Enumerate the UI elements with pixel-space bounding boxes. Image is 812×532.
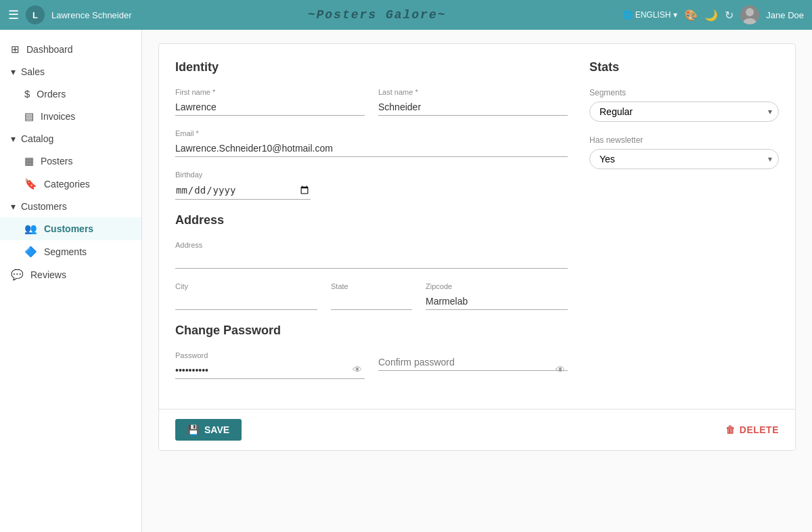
sidebar: ⊞ Dashboard ▾ Sales $ Orders ▤ Invoices … [0,30,142,532]
delete-button[interactable]: 🗑 DELETE [725,424,779,435]
form-left: Identity First name * Last name * [175,60,568,393]
city-field: City [175,282,317,310]
stats-section: Stats Segments Regular Premium VIP ▾ [589,60,779,393]
zipcode-input[interactable] [426,293,568,310]
address-field: Address [175,241,568,269]
confirm-eye-icon[interactable]: 👁 [556,364,565,375]
city-input[interactable] [175,293,317,310]
first-name-field: First name * [175,88,365,116]
sidebar-label-catalog: Catalog [21,133,53,144]
address-input[interactable] [175,252,568,269]
sidebar-item-dashboard[interactable]: ⊞ Dashboard [0,38,141,61]
form-card: Identity First name * Last name * [158,43,796,451]
posters-icon: ▦ [24,155,34,167]
theme-icon[interactable]: 🌙 [704,9,718,22]
email-input[interactable] [175,140,568,157]
logged-in-user-name: Jane Doe [766,10,804,20]
sidebar-label-customers: Customers [44,223,93,234]
name-row: First name * Last name * [175,88,568,116]
save-label: SAVE [204,424,229,435]
segments-icon: 🔷 [24,246,37,258]
sidebar-label-invoices: Invoices [41,111,75,122]
chevron-down-icon-catalog: ▾ [11,133,16,144]
refresh-icon[interactable]: ↻ [725,9,734,22]
sidebar-label-posters: Posters [41,156,72,167]
form-footer: 💾 SAVE 🗑 DELETE [159,409,795,450]
address-title: Address [175,213,568,227]
segments-select[interactable]: Regular Premium VIP [589,102,779,122]
birthday-field: Birthday [175,171,311,200]
sidebar-item-customers[interactable]: 👥 Customers [0,217,141,240]
sidebar-item-invoices[interactable]: ▤ Invoices [0,105,141,128]
sidebar-label-segments: Segments [44,246,87,257]
city-label: City [175,282,317,290]
sidebar-section-catalog[interactable]: ▾ Catalog [0,128,141,150]
form-body: Identity First name * Last name * [159,44,795,409]
first-name-label: First name * [175,88,365,96]
lang-chevron-icon: ▾ [673,10,677,20]
hamburger-icon[interactable]: ☰ [8,7,19,22]
topbar-left: ☰ L Lawrence Schneider [8,5,132,24]
dashboard-icon: ⊞ [11,43,20,56]
segments-select-wrap: Regular Premium VIP ▾ [589,102,779,122]
sidebar-item-categories[interactable]: 🔖 Categories [0,173,141,196]
confirm-password-input[interactable] [378,354,568,371]
sidebar-item-segments[interactable]: 🔷 Segments [0,240,141,263]
sidebar-item-reviews[interactable]: 💬 Reviews [0,263,141,286]
city-state-zip-row: City State Zipcode [175,282,568,310]
email-row: Email * [175,129,568,157]
topbar: ☰ L Lawrence Schneider ~Posters Galore~ … [0,0,812,30]
confirm-password-field: 👁 [378,351,568,379]
avatar [740,5,759,24]
birthday-input[interactable] [175,181,311,200]
svg-point-0 [746,8,754,16]
sidebar-item-posters[interactable]: ▦ Posters [0,150,141,173]
sidebar-item-orders[interactable]: $ Orders [0,83,141,105]
customers-icon: 👥 [24,223,37,235]
sidebar-label-orders: Orders [37,89,66,99]
topbar-right: 🌐 ENGLISH ▾ 🎨 🌙 ↻ Jane Doe [623,5,804,24]
password-input[interactable] [175,362,365,379]
language-label: ENGLISH [635,10,671,20]
topbar-username: Lawrence Schneider [51,10,132,20]
newsletter-label: Has newsletter [589,135,779,145]
address-row: Address [175,241,568,269]
birthday-row: Birthday [175,171,568,200]
invoices-icon: ▤ [24,110,34,123]
state-field: State [331,282,412,310]
eye-icon[interactable]: 👁 [353,364,362,375]
zipcode-field: Zipcode [426,282,568,310]
password-title: Change Password [175,324,568,338]
zipcode-label: Zipcode [426,282,568,290]
newsletter-select[interactable]: Yes No [589,149,779,169]
palette-icon[interactable]: 🎨 [684,9,698,22]
sidebar-section-sales[interactable]: ▾ Sales [0,61,141,83]
password-section: Change Password Password 👁 👁 [175,324,568,379]
language-selector[interactable]: 🌐 ENGLISH ▾ [623,10,678,20]
state-label: State [331,282,412,290]
sidebar-label-reviews: Reviews [30,269,66,280]
segments-label: Segments [589,88,779,97]
chevron-down-icon: ▾ [11,66,16,77]
password-row: Password 👁 👁 [175,351,568,379]
sidebar-section-customers[interactable]: ▾ Customers [0,196,141,217]
email-field: Email * [175,129,568,157]
newsletter-wrapper: Has newsletter Yes No ▾ [589,135,779,169]
state-input[interactable] [331,293,412,310]
stats-title: Stats [589,60,779,74]
save-icon: 💾 [187,424,199,435]
orders-icon: $ [24,88,30,99]
reviews-icon: 💬 [11,269,24,281]
user-avatar-initial: L [26,5,45,24]
last-name-label: Last name * [378,88,568,96]
first-name-input[interactable] [175,99,365,116]
last-name-input[interactable] [378,99,568,116]
sidebar-label-dashboard: Dashboard [26,44,73,55]
address-section: Address Address City [175,213,568,310]
svg-point-1 [743,18,757,24]
chevron-down-icon-customers: ▾ [11,201,16,212]
sidebar-label-categories: Categories [44,179,90,190]
segments-wrapper: Segments Regular Premium VIP ▾ [589,88,779,122]
save-button[interactable]: 💾 SAVE [175,419,242,441]
address-label: Address [175,241,568,249]
